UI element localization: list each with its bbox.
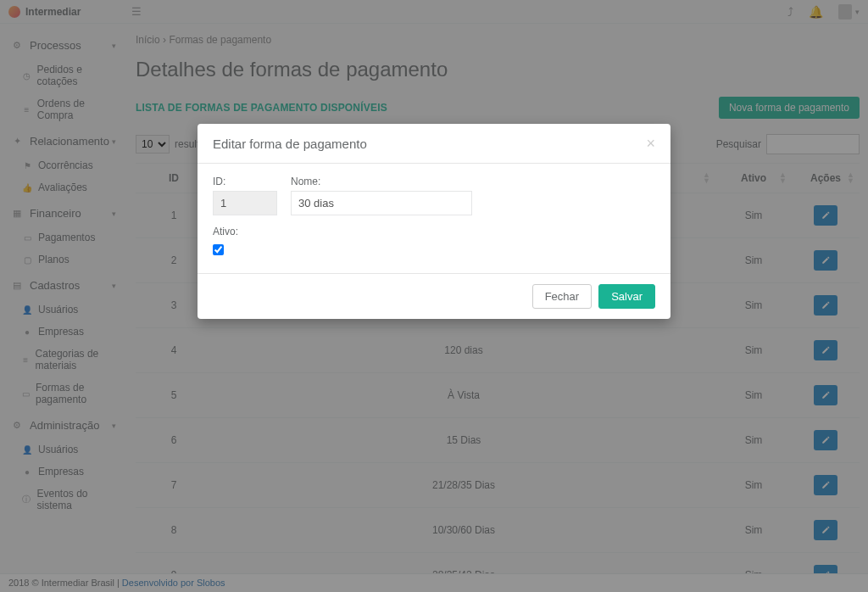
edit-payment-modal: Editar forma de pagamento × ID: Nome: At…: [198, 124, 670, 319]
modal-close-button[interactable]: ×: [646, 136, 655, 151]
label-active: Ativo:: [213, 226, 655, 237]
label-id: ID:: [213, 176, 277, 187]
save-button[interactable]: Salvar: [598, 284, 655, 309]
label-name: Nome:: [291, 176, 472, 187]
close-button[interactable]: Fechar: [532, 284, 592, 309]
modal-title: Editar forma de pagamento: [213, 137, 367, 151]
input-name[interactable]: [291, 191, 472, 215]
checkbox-active[interactable]: [213, 244, 224, 255]
input-id: [213, 191, 277, 215]
